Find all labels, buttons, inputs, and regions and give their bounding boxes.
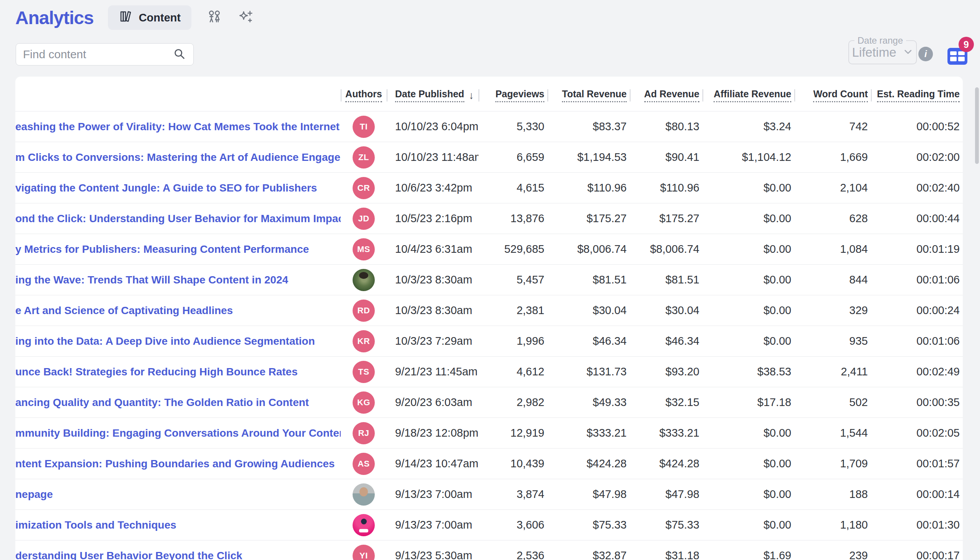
date-cell: 9/18/23 12:08pm	[387, 418, 478, 448]
date-cell: 10/5/23 2:16pm	[387, 203, 478, 233]
article-link[interactable]: ancing Quality and Quantity: The Golden …	[15, 397, 309, 409]
column-header-date[interactable]: Date Published↓	[387, 87, 478, 104]
column-header-label[interactable]: Word Count	[813, 88, 868, 102]
column-header-word_count[interactable]: Word Count	[794, 87, 871, 104]
article-link[interactable]: imization Tools and Techniques	[15, 519, 176, 531]
article-title-cell: ond the Click: Understanding User Behavi…	[15, 203, 341, 233]
date-range-select[interactable]: Date range Lifetime	[848, 35, 917, 64]
article-link[interactable]: vigating the Content Jungle: A Guide to …	[15, 182, 317, 194]
author-cell: KG	[341, 387, 387, 418]
date-cell: 9/13/23 7:00am	[387, 479, 478, 510]
article-link[interactable]: e Art and Science of Captivating Headlin…	[15, 305, 233, 317]
page-title: Analytics	[15, 7, 93, 28]
date-cell: 9/13/23 5:30am	[387, 540, 478, 560]
table-row: imization Tools and Techniques9/13/23 7:…	[15, 510, 963, 540]
article-link[interactable]: ntent Expansion: Pushing Boundaries and …	[15, 458, 335, 470]
article-title-cell: ing the Wave: Trends That Will Shape Con…	[15, 265, 341, 295]
word-count-cell: 1,084	[794, 234, 871, 264]
article-link[interactable]: y Metrics for Publishers: Measuring Cont…	[15, 243, 309, 255]
affiliate-revenue-cell: $0.00	[703, 234, 794, 264]
pageviews-cell: 5,457	[478, 265, 547, 295]
column-header-affiliate_revenue[interactable]: Affiliate Revenue	[703, 87, 794, 104]
article-title-cell: ntent Expansion: Pushing Boundaries and …	[15, 448, 341, 479]
article-link[interactable]: mmunity Building: Engaging Conversations…	[15, 427, 341, 439]
article-link[interactable]: nepage	[15, 488, 53, 501]
total-revenue-cell: $131.73	[547, 357, 630, 387]
library-icon	[119, 10, 133, 26]
author-avatar: ZL	[352, 146, 375, 168]
ad-revenue-cell: $75.33	[630, 510, 703, 540]
table-row: ing into the Data: A Deep Dive into Audi…	[15, 326, 963, 356]
sort-desc-arrow-icon: ↓	[469, 90, 474, 102]
article-link[interactable]: ing the Wave: Trends That Will Shape Con…	[15, 274, 288, 286]
column-header-label[interactable]: Authors	[345, 88, 382, 102]
article-link[interactable]: ond the Click: Understanding User Behavi…	[15, 213, 341, 225]
tab-content[interactable]: Content	[108, 5, 191, 30]
word-count-cell: 2,411	[794, 357, 871, 387]
article-link[interactable]: derstanding User Behavior Beyond the Cli…	[15, 550, 243, 560]
column-header-label[interactable]: Ad Revenue	[644, 88, 699, 102]
article-title-cell: vigating the Content Jungle: A Guide to …	[15, 173, 341, 203]
author-cell: KR	[341, 326, 387, 356]
column-header-label[interactable]: Total Revenue	[562, 88, 627, 102]
table-header-row: AuthorsDate Published↓PageviewsTotal Rev…	[15, 77, 963, 111]
article-link[interactable]: ing into the Data: A Deep Dive into Audi…	[15, 335, 315, 347]
author-avatar-photo	[352, 269, 375, 291]
table-row: ntent Expansion: Pushing Boundaries and …	[15, 448, 963, 479]
total-revenue-cell: $424.28	[547, 448, 630, 479]
ad-revenue-cell: $175.27	[630, 203, 703, 233]
affiliate-revenue-cell: $0.00	[703, 326, 794, 356]
word-count-cell: 329	[794, 295, 871, 326]
table-row: ond the Click: Understanding User Behavi…	[15, 203, 963, 233]
column-header-label[interactable]: Affiliate Revenue	[714, 88, 791, 102]
vertical-scrollbar-thumb[interactable]	[975, 87, 979, 164]
total-revenue-cell: $30.04	[547, 295, 630, 326]
ai-assist-button[interactable]	[238, 9, 254, 27]
date-cell: 10/10/23 6:04pm	[387, 112, 478, 142]
pageviews-cell: 2,381	[478, 295, 547, 326]
column-header-author[interactable]: Authors	[341, 87, 387, 104]
info-icon[interactable]: i	[919, 47, 933, 61]
table-row: m Clicks to Conversions: Mastering the A…	[15, 142, 963, 172]
article-title-cell: mmunity Building: Engaging Conversations…	[15, 418, 341, 448]
word-count-cell: 2,104	[794, 173, 871, 203]
word-count-cell: 1,544	[794, 418, 871, 448]
reading-time-cell: 00:01:57	[871, 448, 963, 479]
table-row: derstanding User Behavior Beyond the Cli…	[15, 540, 963, 560]
date-cell: 10/3/23 8:30am	[387, 295, 478, 326]
reading-time-cell: 00:00:24	[871, 295, 963, 326]
article-link[interactable]: m Clicks to Conversions: Mastering the A…	[15, 151, 341, 163]
article-title-cell: e Art and Science of Captivating Headlin…	[15, 295, 341, 326]
column-header-total_revenue[interactable]: Total Revenue	[547, 87, 630, 104]
author-cell: JD	[341, 203, 387, 233]
word-count-cell: 1,709	[794, 448, 871, 479]
pageviews-cell: 529,685	[478, 234, 547, 264]
search-input[interactable]	[23, 48, 172, 61]
audience-button[interactable]	[206, 9, 223, 27]
article-link[interactable]: unce Back! Strategies for Reducing High …	[15, 366, 298, 378]
affiliate-revenue-cell: $1.69	[703, 540, 794, 560]
sparkles-icon	[238, 9, 254, 27]
search-icon	[172, 47, 186, 62]
author-cell: CR	[341, 173, 387, 203]
date-range-label: Date range	[854, 35, 906, 46]
table-row: e Art and Science of Captivating Headlin…	[15, 295, 963, 326]
affiliate-revenue-cell: $0.00	[703, 448, 794, 479]
saved-views-button[interactable]: 9	[944, 45, 971, 68]
ad-revenue-cell: $30.04	[630, 295, 703, 326]
column-header-pageviews[interactable]: Pageviews	[478, 87, 547, 104]
article-link[interactable]: eashing the Power of Virality: How Cat M…	[15, 121, 341, 133]
total-revenue-cell: $333.21	[547, 418, 630, 448]
reading-time-cell: 00:02:00	[871, 142, 963, 172]
article-title-cell: unce Back! Strategies for Reducing High …	[15, 357, 341, 387]
word-count-cell: 1,180	[794, 510, 871, 540]
column-header-label[interactable]: Date Published	[395, 88, 464, 102]
column-header-label[interactable]: Est. Reading Time	[877, 88, 960, 102]
column-header-ad_revenue[interactable]: Ad Revenue	[630, 87, 703, 104]
column-header-label[interactable]: Pageviews	[495, 88, 544, 102]
affiliate-revenue-cell: $0.00	[703, 479, 794, 510]
author-cell	[341, 479, 387, 510]
total-revenue-cell: $46.34	[547, 326, 630, 356]
total-revenue-cell: $83.37	[547, 112, 630, 142]
column-header-reading_time[interactable]: Est. Reading Time	[871, 87, 963, 104]
